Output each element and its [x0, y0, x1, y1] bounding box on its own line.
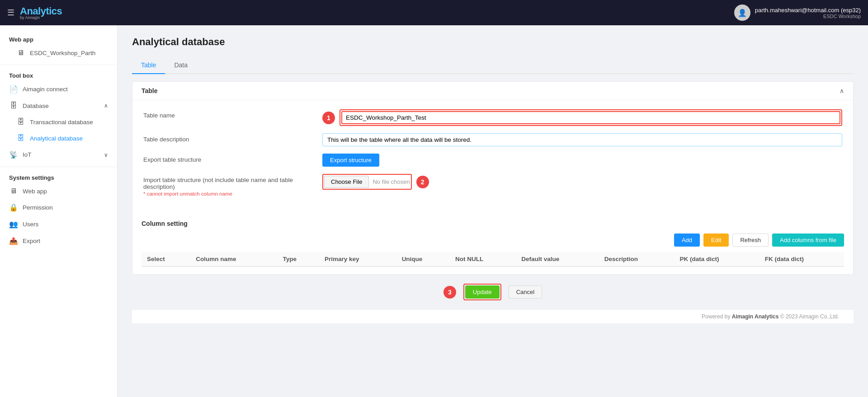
sidebar-item-iot-label: IoT — [23, 151, 32, 158]
sidebar-item-esdc[interactable]: 🖥 ESDC_Workshop_Parth — [0, 45, 117, 61]
credit-text: Powered by — [702, 313, 730, 320]
col-header-name: Column name — [190, 252, 277, 266]
table-description-label: Table description — [143, 133, 315, 143]
edit-button[interactable]: Edit — [703, 234, 729, 247]
sidebar-item-database[interactable]: 🗄 Database ∧ — [0, 98, 117, 114]
sidebar-item-analytical-label: Analytical database — [30, 135, 83, 142]
import-structure-label: Import table structure (not include tabl… — [143, 174, 315, 196]
file-icon: 📄 — [9, 85, 18, 93]
import-structure-control-wrap: Choose File No file chosen 2 — [322, 174, 842, 190]
col-header-unique: Unique — [396, 252, 450, 266]
user-info: parth.maheshwari@hotmail.com (esp32) ESD… — [755, 7, 861, 19]
column-setting-actions: Add Edit Refresh Add columns from file — [142, 234, 844, 247]
col-header-pk-dict: PK (data dict) — [674, 252, 759, 266]
footer-actions: 3 Update Cancel — [132, 275, 854, 309]
tabs: Table Data — [132, 57, 854, 74]
user-workspace: ESDC Workshop — [755, 14, 861, 19]
step3-badge: 3 — [443, 286, 456, 299]
col-header-default: Default value — [516, 252, 599, 266]
db-icon-trans: 🗄 — [16, 118, 25, 126]
export-structure-label: Export table structure — [143, 154, 315, 163]
hamburger-icon[interactable]: ☰ — [7, 8, 14, 18]
sidebar-item-permission-label: Permission — [23, 204, 53, 211]
sidebar-item-export-label: Export — [23, 238, 40, 244]
import-structure-row: Import table structure (not include tabl… — [143, 174, 842, 196]
db-icon-anal: 🗄 — [16, 134, 25, 142]
sidebar-item-users[interactable]: 👥 Users — [0, 216, 117, 233]
sidebar-item-transactional-label: Transactional database — [30, 119, 93, 126]
sidebar-item-esdc-label: ESDC_Workshop_Parth — [30, 50, 95, 56]
table-description-row: Table description — [143, 133, 842, 146]
sidebar: Web app 🖥 ESDC_Workshop_Parth Tool box 📄… — [0, 25, 118, 397]
form-section: Table name 1 Table description — [132, 100, 853, 213]
users-icon: 👥 — [9, 220, 18, 229]
sidebar-item-aimagin-label: Aimagin connect — [23, 86, 68, 93]
content-area: Analytical database Table Data Table ∧ T… — [118, 25, 868, 397]
cancel-button[interactable]: Cancel — [509, 285, 542, 299]
table-name-input[interactable] — [341, 111, 840, 124]
column-setting-section: Column setting Add Edit Refresh Add colu… — [132, 213, 853, 274]
export-structure-button[interactable]: Export structure — [322, 154, 379, 167]
iot-icon: 📡 — [9, 150, 18, 159]
webapp-icon: 🖥 — [9, 187, 18, 195]
chevron-down-icon: ∨ — [104, 152, 108, 158]
sidebar-item-aimagin[interactable]: 📄 Aimagin connect — [0, 81, 117, 98]
table-panel: Table ∧ Table name 1 — [132, 81, 854, 275]
update-button[interactable]: Update — [465, 285, 500, 299]
sidebar-item-users-label: Users — [23, 221, 38, 228]
col-header-type: Type — [277, 252, 319, 266]
monitor-icon: 🖥 — [16, 49, 25, 57]
navbar: ☰ Analytics by Aimagin 👤 parth.maheshwar… — [0, 0, 868, 25]
sidebar-section-webapp: Web app — [0, 33, 117, 45]
panel-collapse-button[interactable]: ∧ — [840, 87, 844, 94]
update-btn-wrap: Update — [463, 284, 501, 300]
table-name-label: Table name — [143, 109, 315, 119]
col-header-select: Select — [142, 252, 190, 266]
step1-badge: 1 — [322, 112, 335, 124]
export-structure-control-wrap: Export structure — [322, 154, 842, 167]
sidebar-item-database-label: Database — [23, 103, 49, 109]
credit-year: © 2023 Aimagin Co.,Ltd. — [780, 313, 839, 320]
sidebar-item-webapp-settings-label: Web app — [23, 188, 47, 195]
table-name-row: Table name 1 — [143, 109, 842, 126]
no-file-text: No file chosen — [373, 178, 410, 185]
footer-credit: Powered by Aimagin Analytics © 2023 Aima… — [132, 309, 854, 323]
col-header-fk-dict: FK (data dict) — [760, 252, 844, 266]
credit-bold: Aimagin Analytics — [732, 313, 779, 320]
col-header-notnull: Not NULL — [450, 252, 516, 266]
logo: Analytics by Aimagin — [20, 5, 62, 20]
export-icon: 📤 — [9, 237, 18, 245]
col-header-pk: Primary key — [319, 252, 396, 266]
sidebar-item-iot[interactable]: 📡 IoT ∨ — [0, 146, 117, 163]
column-table: Select Column name Type Primary key Uniq… — [142, 252, 844, 267]
choose-file-button[interactable]: Choose File — [324, 176, 369, 188]
sidebar-section-toolbox: Tool box — [0, 69, 117, 81]
sidebar-item-permission[interactable]: 🔒 Permission — [0, 199, 117, 216]
file-input-wrap: Choose File No file chosen — [322, 174, 412, 190]
user-email: parth.maheshwari@hotmail.com (esp32) — [755, 7, 861, 14]
panel-header: Table ∧ — [132, 82, 853, 100]
table-description-control-wrap — [322, 133, 842, 146]
col-header-description: Description — [599, 252, 675, 266]
step3-wrap: 3 Update Cancel — [443, 284, 542, 300]
table-description-input[interactable] — [322, 133, 842, 146]
add-button[interactable]: Add — [674, 234, 700, 247]
add-columns-from-file-button[interactable]: Add columns from file — [772, 234, 844, 247]
page-title: Analytical database — [132, 36, 854, 48]
navbar-right: 👤 parth.maheshwari@hotmail.com (esp32) E… — [734, 5, 861, 21]
sidebar-item-export[interactable]: 📤 Export — [0, 233, 117, 249]
import-note: * cannot import unmatch column name — [143, 191, 315, 196]
table-name-control-wrap: 1 — [322, 109, 842, 126]
sidebar-section-system: System settings — [0, 171, 117, 183]
refresh-button[interactable]: Refresh — [732, 234, 769, 247]
tab-table[interactable]: Table — [132, 57, 165, 74]
database-icon: 🗄 — [9, 102, 18, 110]
avatar: 👤 — [734, 5, 750, 21]
sidebar-item-transactional[interactable]: 🗄 Transactional database — [0, 114, 117, 130]
tab-data[interactable]: Data — [165, 57, 197, 74]
sidebar-item-analytical[interactable]: 🗄 Analytical database — [0, 130, 117, 146]
sidebar-item-webapp-settings[interactable]: 🖥 Web app — [0, 183, 117, 199]
export-structure-row: Export table structure Export structure — [143, 154, 842, 167]
chevron-up-icon: ∧ — [104, 103, 108, 109]
lock-icon: 🔒 — [9, 203, 18, 212]
